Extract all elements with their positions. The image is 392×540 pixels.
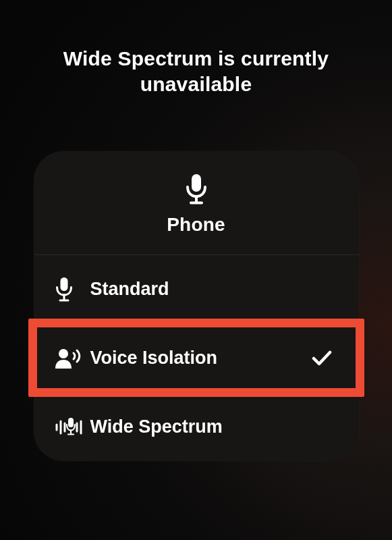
option-label: Wide Spectrum: [90, 416, 223, 437]
status-message: Wide Spectrum is currently unavailable: [0, 46, 392, 98]
svg-rect-10: [68, 418, 74, 427]
option-label: Voice Isolation: [90, 348, 218, 369]
microphone-icon: [185, 174, 208, 205]
checkmark-icon: [312, 350, 332, 367]
svg-rect-0: [192, 174, 201, 192]
mic-mode-panel: Phone Standard Voice Isolation: [34, 151, 359, 461]
option-standard[interactable]: Standard: [34, 254, 359, 323]
svg-rect-3: [60, 277, 67, 291]
option-label: Standard: [90, 279, 169, 300]
panel-header: Phone: [34, 151, 359, 254]
person-wave-icon: [55, 348, 90, 369]
panel-title: Phone: [167, 214, 225, 236]
option-voice-isolation[interactable]: Voice Isolation: [34, 323, 359, 392]
svg-point-6: [59, 349, 68, 358]
microphone-icon: [55, 277, 90, 302]
option-wide-spectrum[interactable]: Wide Spectrum: [34, 392, 359, 461]
waveform-mic-icon: [55, 416, 90, 438]
